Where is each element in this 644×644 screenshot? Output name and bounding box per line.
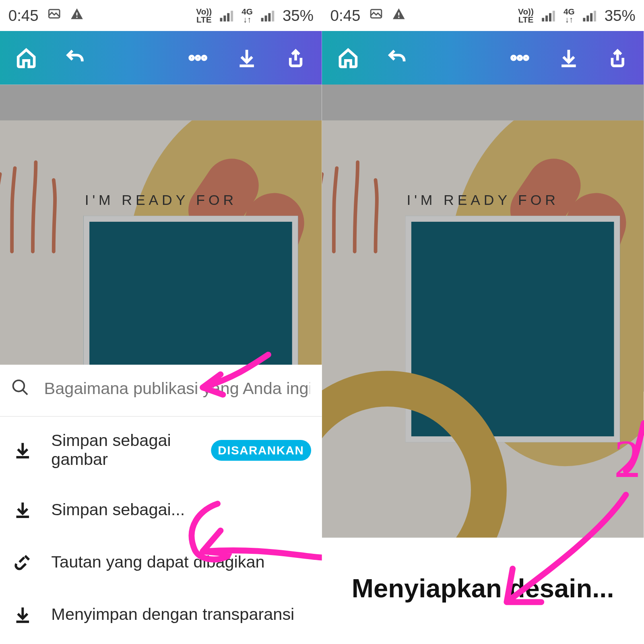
home-icon[interactable] bbox=[336, 46, 360, 70]
more-icon[interactable] bbox=[186, 46, 210, 70]
download-arrow-icon bbox=[11, 438, 35, 462]
share-icon[interactable] bbox=[284, 46, 308, 70]
more-icon[interactable] bbox=[508, 46, 532, 70]
present-row[interactable]: Tampilkan bbox=[0, 641, 322, 644]
search-icon bbox=[11, 378, 30, 399]
design-canvas[interactable]: I'M READY FOR bbox=[322, 85, 644, 538]
save-as-row[interactable]: Simpan sebagai... bbox=[0, 483, 322, 536]
svg-rect-2 bbox=[76, 17, 77, 18]
volte-icon: Vo))LTE bbox=[518, 7, 534, 24]
svg-rect-11 bbox=[398, 17, 399, 18]
app-toolbar bbox=[0, 31, 322, 85]
svg-point-12 bbox=[512, 56, 515, 60]
download-arrow-icon bbox=[11, 498, 35, 522]
save-as-image-row[interactable]: Simpan sebagai gambar DISARANKAN bbox=[0, 417, 322, 483]
download-icon[interactable] bbox=[235, 46, 259, 70]
share-icon[interactable] bbox=[606, 46, 630, 70]
link-icon bbox=[11, 550, 35, 574]
export-progress-panel: Menyiapkan desain... Kreativitas adalah … bbox=[322, 538, 644, 644]
share-sheet: Simpan sebagai gambar DISARANKAN Simpan … bbox=[0, 365, 322, 644]
signal-2-icon bbox=[261, 10, 275, 22]
signal-1-icon bbox=[220, 10, 233, 22]
download-arrow-icon bbox=[11, 603, 35, 626]
svg-rect-10 bbox=[398, 12, 399, 15]
share-link-row[interactable]: Tautan yang dapat dibagikan bbox=[0, 536, 322, 588]
network-icon: 4G↓↑ bbox=[564, 7, 575, 24]
svg-point-4 bbox=[196, 56, 200, 60]
picture-icon bbox=[369, 6, 383, 25]
save-as-label: Simpan sebagai... bbox=[51, 500, 185, 519]
status-bar: 0:45 Vo))LTE 4G↓↑ 35% bbox=[0, 0, 322, 31]
svg-rect-1 bbox=[76, 12, 77, 15]
undo-icon[interactable] bbox=[385, 46, 409, 70]
save-transparent-row[interactable]: Menyimpan dengan transparansi bbox=[0, 588, 322, 641]
app-toolbar bbox=[322, 31, 644, 85]
volte-icon: Vo))LTE bbox=[196, 7, 212, 24]
network-icon: 4G↓↑ bbox=[242, 7, 253, 24]
signal-2-icon bbox=[583, 10, 596, 22]
recommended-badge: DISARANKAN bbox=[211, 440, 311, 460]
warning-icon bbox=[391, 6, 406, 25]
battery-text: 35% bbox=[283, 6, 314, 25]
svg-point-3 bbox=[190, 56, 194, 60]
svg-point-13 bbox=[518, 56, 522, 60]
battery-text: 35% bbox=[605, 6, 636, 25]
publish-search-row[interactable] bbox=[0, 365, 322, 417]
share-link-label: Tautan yang dapat dibagikan bbox=[51, 553, 264, 572]
home-icon[interactable] bbox=[14, 46, 38, 70]
picture-icon bbox=[47, 6, 61, 25]
save-as-image-label: Simpan sebagai gambar bbox=[51, 431, 194, 469]
svg-point-6 bbox=[13, 380, 25, 392]
svg-point-5 bbox=[202, 56, 206, 60]
clock: 0:45 bbox=[8, 6, 39, 25]
download-icon[interactable] bbox=[557, 46, 580, 70]
status-bar: 0:45 Vo))LTE 4G↓↑ 35% bbox=[322, 0, 644, 31]
save-transparent-label: Menyimpan dengan transparansi bbox=[51, 605, 294, 624]
svg-point-14 bbox=[524, 56, 528, 60]
undo-icon[interactable] bbox=[63, 46, 87, 70]
preparing-title: Menyiapkan desain... bbox=[334, 574, 632, 603]
clock: 0:45 bbox=[330, 6, 360, 25]
design-canvas[interactable]: I'M READY FOR bbox=[0, 85, 322, 365]
signal-1-icon bbox=[542, 10, 555, 22]
publish-search-input[interactable] bbox=[43, 378, 311, 398]
warning-icon bbox=[70, 6, 84, 25]
